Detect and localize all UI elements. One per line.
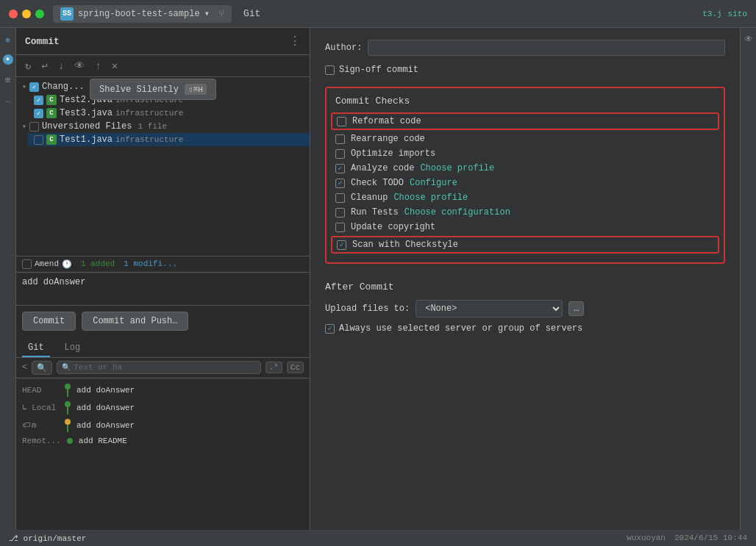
project-avatar: SS <box>60 7 74 21</box>
amend-label: Amend <box>35 259 59 268</box>
test3-checkbox[interactable] <box>34 109 43 118</box>
eye-button[interactable]: 👁 <box>71 59 88 73</box>
runtests-link[interactable]: Choose configuration <box>404 207 510 218</box>
test3-filepath: infrastructure <box>115 109 183 118</box>
unversioned-chevron-icon: ▾ <box>22 122 26 131</box>
tab-git[interactable]: Git <box>22 340 50 357</box>
status-added: 1 added <box>81 259 115 268</box>
signoff-row: Sign-off commit <box>325 65 725 75</box>
analyze-checkbox[interactable] <box>335 164 345 173</box>
file-test3[interactable]: C Test3.java infrastructure <box>28 107 310 120</box>
log-entry-local[interactable]: ↳ Local add doAnswer <box>16 399 310 417</box>
copyright-checkbox[interactable] <box>335 223 345 232</box>
test3-file-icon: C <box>46 108 57 118</box>
panel-tabs: Git Log <box>16 337 310 358</box>
test1-file-icon: C <box>46 134 57 145</box>
changes-group-checkbox[interactable] <box>29 82 39 92</box>
check-runtests-row: Run Tests Choose configuration <box>335 205 715 220</box>
up-button[interactable]: ↑ <box>92 59 104 73</box>
case-button[interactable]: Cc <box>287 362 304 373</box>
always-use-checkbox[interactable] <box>325 324 335 334</box>
git-panel-label: Git <box>243 8 260 19</box>
always-use-row: Always use selected server or group of s… <box>325 323 725 334</box>
cleanup-link[interactable]: Choose profile <box>393 193 468 203</box>
shelve-silently-tooltip: Shelve Silently ⇧⌘H <box>90 79 216 100</box>
reformat-checkbox[interactable] <box>337 117 346 126</box>
user-status: wuxuoyan <box>627 534 666 542</box>
project-tab[interactable]: SS spring-boot-test-sample ▾ ⑂ <box>53 5 232 23</box>
log-nav-back-button[interactable]: < <box>22 362 27 373</box>
check-copyright-row: Update copyright <box>335 220 715 234</box>
cleanup-checkbox[interactable] <box>335 193 345 203</box>
bottom-buttons: Commit Commit and Push… <box>16 305 310 337</box>
file-test1[interactable]: C Test1.java infrastructure <box>28 133 310 146</box>
right-panel: Author: Sign-off commit Commit Checks Re… <box>310 28 740 530</box>
todo-checkbox[interactable] <box>335 179 345 188</box>
author-row: Author: <box>325 40 725 56</box>
check-cleanup-row: Cleanup Choose profile <box>335 190 715 205</box>
test1-checkbox[interactable] <box>34 135 43 145</box>
tab-log[interactable]: Log <box>59 340 87 357</box>
analyze-link[interactable]: Choose profile <box>420 163 494 173</box>
check-todo-row: Check TODO Configure <box>335 176 715 190</box>
right-tabs: t3.j sito <box>702 10 747 18</box>
download-button[interactable]: ↓ <box>55 59 67 73</box>
check-analyze-row: Analyze code Choose profile <box>335 161 715 176</box>
project-dropdown-icon: ▾ <box>204 8 210 19</box>
undo-button[interactable]: ↩ <box>38 58 50 73</box>
optimize-checkbox[interactable] <box>335 149 345 159</box>
upload-select[interactable]: <None> <box>416 300 563 317</box>
log-ref-local: ↳ Local <box>22 403 59 412</box>
todo-link[interactable]: Configure <box>410 178 457 188</box>
status-bar: Amend 🕐 1 added 1 modifi... <box>16 256 310 272</box>
title-bar: SS spring-boot-test-sample ▾ ⑂ Git t3.j … <box>0 0 756 28</box>
commit-push-button[interactable]: Commit and Push… <box>82 312 188 331</box>
signoff-checkbox[interactable] <box>325 65 335 75</box>
right-sidebar-eye-icon[interactable]: 👁 <box>744 34 753 45</box>
sidebar-icon-git[interactable]: ● <box>3 54 13 65</box>
close-button[interactable] <box>9 10 18 18</box>
bottom-status-bar: ⎇ origin/master wuxuoyan 2024/6/15 10:44 <box>0 530 756 546</box>
log-search-box: 🔍 <box>32 361 52 375</box>
close-toolbar-button[interactable]: ✕ <box>109 58 121 73</box>
minimize-button[interactable] <box>22 10 31 18</box>
todo-label: Check TODO <box>351 178 404 188</box>
rearrange-checkbox[interactable] <box>335 134 345 144</box>
log-text-search-box[interactable]: 🔍 Text or ha <box>57 361 260 374</box>
runtests-checkbox[interactable] <box>335 208 345 218</box>
main-area: ⊕ ● ⊞ … Commit ⋮ ↻ ↩ ↓ 👁 ↑ ✕ Shelve Sile… <box>0 28 756 530</box>
log-dot-3 <box>65 419 71 425</box>
traffic-lights <box>9 10 44 18</box>
log-entry-head[interactable]: HEAD add doAnswer <box>16 381 310 399</box>
maximize-button[interactable] <box>35 10 44 18</box>
more-options-icon[interactable]: ⋮ <box>289 34 301 49</box>
author-input[interactable] <box>368 40 725 56</box>
test1-filepath: infrastructure <box>115 135 183 144</box>
amend-checkbox[interactable] <box>22 259 32 269</box>
after-commit-section: After Commit Upload files to: <None> … A… <box>325 281 725 334</box>
sidebar-icon-commit[interactable]: ⊕ <box>2 34 14 46</box>
log-dot-4 <box>67 438 73 444</box>
sidebar-icon-structure[interactable]: ⊞ <box>2 73 14 85</box>
upload-more-button[interactable]: … <box>568 301 584 316</box>
regex-button[interactable]: .* <box>265 362 282 373</box>
commit-checks-title: Commit Checks <box>335 96 715 107</box>
runtests-label: Run Tests <box>351 207 399 218</box>
unversioned-group-checkbox[interactable] <box>29 122 39 132</box>
checkstyle-checkbox[interactable] <box>337 240 346 250</box>
log-entry-remote[interactable]: Remot... add README <box>16 434 310 448</box>
unversioned-count: 1 file <box>138 122 167 131</box>
signoff-label: Sign-off commit <box>339 65 418 75</box>
log-entry-tag[interactable]: 🏷 m add doAnswer <box>16 417 310 434</box>
commit-message-input[interactable]: add doAnswer <box>22 277 304 298</box>
log-line-2 <box>67 407 68 414</box>
check-optimize-row: Optimize imports <box>335 146 715 161</box>
unversioned-group-header[interactable]: ▾ Unversioned Files 1 file <box>16 120 310 133</box>
upload-label: Upload files to: <box>325 303 410 314</box>
sidebar-icon-more[interactable]: … <box>2 94 14 106</box>
tooltip-label: Shelve Silently <box>99 85 179 95</box>
refresh-button[interactable]: ↻ <box>22 58 34 73</box>
commit-button[interactable]: Commit <box>22 312 76 331</box>
upload-row: Upload files to: <None> … <box>325 300 725 317</box>
test2-checkbox[interactable] <box>34 96 43 105</box>
